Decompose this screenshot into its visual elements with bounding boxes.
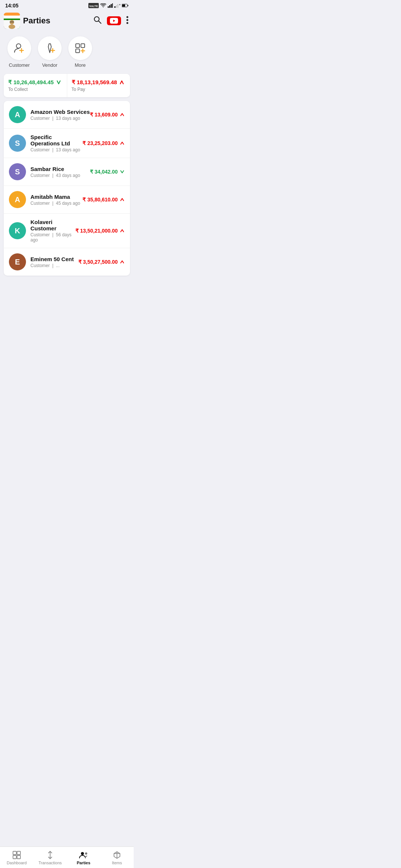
party-name-6: Eminem 50 Cent — [30, 256, 78, 262]
more-action-circle — [68, 36, 92, 60]
party-avatar-1: A — [9, 106, 26, 123]
party-amount-3: ₹ 34,042.00 — [90, 169, 125, 175]
status-time: 14:05 — [5, 3, 19, 9]
party-item-5[interactable]: K Kolaveri Customer Customer | 56 days a… — [4, 214, 130, 248]
vendor-add-icon — [44, 42, 56, 54]
vendor-action[interactable]: Vendor — [38, 36, 62, 68]
status-bar: 14:05 VoLTE — [0, 0, 134, 10]
grid-add-icon — [74, 42, 86, 54]
pay-arrow-up-icon — [119, 79, 125, 85]
header-actions — [93, 15, 128, 26]
party-amount-1: ₹ 13,609.00 — [90, 112, 125, 118]
signal-icon — [108, 3, 113, 8]
wifi-icon — [100, 3, 106, 8]
party-meta-2: Customer | 13 days ago — [30, 147, 82, 152]
to-pay-label: To Pay — [72, 87, 126, 92]
status-icons: VoLTE x — [88, 3, 128, 8]
party-amount-4: ₹ 35,80,610.00 — [82, 197, 125, 203]
party-item-6[interactable]: E Eminem 50 Cent Customer | ... ₹ 3,50,2… — [4, 248, 130, 276]
svg-point-17 — [10, 20, 14, 24]
to-pay-card[interactable]: ₹ 18,13,19,569.48 To Pay — [67, 74, 130, 97]
party-amount-5: ₹ 13,50,21,000.00 — [75, 228, 125, 234]
svg-rect-33 — [76, 44, 79, 47]
party-amount-2: ₹ 23,25,203.00 — [82, 140, 125, 146]
youtube-button[interactable] — [107, 16, 121, 25]
party-info-2: Specific Operations Ltd Customer | 13 da… — [30, 134, 82, 152]
vendor-action-circle — [38, 36, 62, 60]
svg-point-18 — [9, 24, 15, 29]
svg-rect-2 — [108, 6, 109, 8]
party-amount-6: ₹ 3,50,27,500.00 — [78, 259, 125, 265]
svg-text:VoLTE: VoLTE — [89, 4, 98, 8]
party-item-4[interactable]: A Amitabh Mama Customer | 45 days ago ₹ … — [4, 186, 130, 214]
header: Parties — [0, 10, 134, 33]
logo-image — [4, 13, 20, 29]
svg-point-26 — [127, 19, 128, 21]
party-item-2[interactable]: S Specific Operations Ltd Customer | 13 … — [4, 129, 130, 158]
customer-action[interactable]: Customer — [7, 36, 31, 68]
party-arrow-up-icon — [120, 197, 125, 202]
party-item-1[interactable]: A Amazon Web Services Customer | 13 days… — [4, 101, 130, 129]
party-meta-1: Customer | 13 days ago — [30, 116, 90, 121]
svg-point-25 — [127, 16, 128, 18]
party-arrow-up-icon — [120, 141, 125, 146]
party-avatar-5: K — [9, 222, 26, 239]
svg-rect-15 — [4, 16, 20, 17]
party-meta-4: Customer | 45 days ago — [30, 201, 82, 206]
more-action[interactable]: More — [68, 36, 92, 68]
svg-rect-12 — [122, 4, 125, 7]
svg-rect-35 — [76, 49, 79, 53]
party-info-5: Kolaveri Customer Customer | 56 days ago — [30, 219, 75, 243]
to-collect-amount: ₹ 10,26,48,494.45 — [8, 79, 62, 86]
party-avatar-2: S — [9, 135, 26, 152]
party-name-5: Kolaveri Customer — [30, 219, 75, 231]
to-pay-amount: ₹ 18,13,19,569.48 — [72, 79, 126, 86]
quick-actions: Customer Vendor — [0, 33, 134, 74]
party-avatar-6: E — [9, 253, 26, 270]
to-collect-label: To Collect — [8, 87, 62, 92]
more-options-button[interactable] — [126, 16, 128, 26]
svg-rect-11 — [128, 5, 128, 6]
party-name-1: Amazon Web Services — [30, 109, 90, 115]
battery-icon — [122, 3, 128, 8]
party-name-2: Specific Operations Ltd — [30, 134, 82, 147]
volte-icon: VoLTE — [88, 3, 99, 8]
party-arrow-up-icon — [120, 112, 125, 117]
party-arrow-down-icon — [120, 169, 125, 174]
party-list: A Amazon Web Services Customer | 13 days… — [4, 101, 130, 276]
vendor-label: Vendor — [42, 62, 57, 68]
party-info-3: Sambar Rice Customer | 43 days ago — [30, 166, 90, 178]
svg-text:x: x — [119, 3, 120, 6]
summary-cards: ₹ 10,26,48,494.45 To Collect ₹ 18,13,19,… — [4, 74, 130, 97]
svg-rect-16 — [4, 19, 20, 20]
svg-line-23 — [99, 21, 101, 24]
customer-action-circle — [7, 36, 31, 60]
to-collect-card[interactable]: ₹ 10,26,48,494.45 To Collect — [4, 74, 67, 97]
svg-point-27 — [127, 22, 128, 24]
app-logo — [4, 13, 20, 29]
svg-rect-7 — [116, 5, 117, 8]
party-meta-6: Customer | ... — [30, 263, 78, 268]
customer-label: Customer — [9, 62, 30, 68]
svg-rect-4 — [111, 4, 112, 8]
party-meta-3: Customer | 43 days ago — [30, 173, 90, 178]
svg-rect-8 — [117, 4, 118, 8]
party-arrow-up-icon — [120, 259, 125, 264]
svg-rect-6 — [114, 6, 115, 8]
party-info-1: Amazon Web Services Customer | 13 days a… — [30, 109, 90, 121]
collect-arrow-down-icon — [56, 79, 62, 85]
svg-rect-5 — [112, 3, 113, 8]
page-title: Parties — [23, 16, 90, 26]
svg-rect-34 — [81, 44, 85, 47]
signal2-icon: x — [114, 3, 120, 8]
party-avatar-3: S — [9, 163, 26, 180]
svg-rect-3 — [109, 5, 110, 8]
party-item-3[interactable]: S Sambar Rice Customer | 43 days ago ₹ 3… — [4, 158, 130, 186]
person-add-icon — [13, 42, 25, 54]
party-arrow-up-icon — [120, 228, 125, 233]
search-button[interactable] — [93, 15, 102, 26]
party-name-3: Sambar Rice — [30, 166, 90, 172]
svg-point-28 — [16, 44, 21, 48]
party-meta-5: Customer | 56 days ago — [30, 232, 75, 243]
more-label: More — [75, 62, 86, 68]
